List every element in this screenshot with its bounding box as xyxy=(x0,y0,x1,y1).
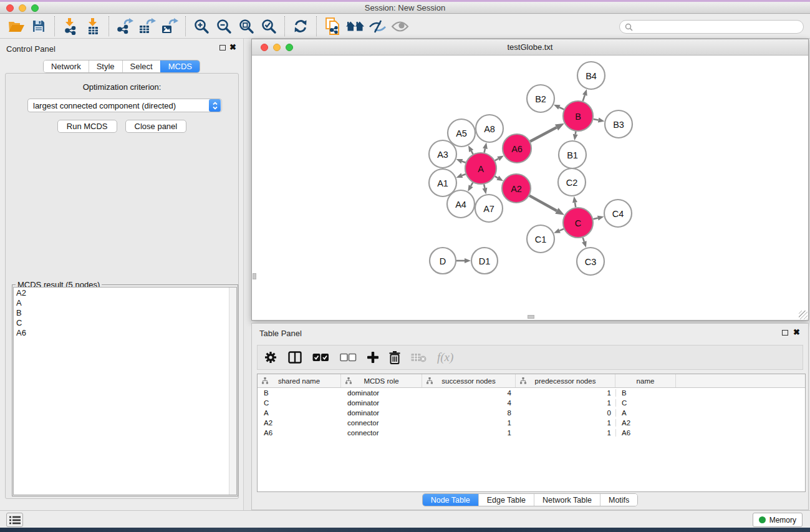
graph-edge-A-A4[interactable] xyxy=(471,183,473,186)
graph-edge-C-C2[interactable] xyxy=(575,203,576,208)
graph-edge-A6-B[interactable] xyxy=(530,127,556,141)
cell-mcds-role[interactable]: connector xyxy=(341,419,422,427)
cell-successor-nodes[interactable]: 4 xyxy=(422,399,516,407)
refresh-button[interactable] xyxy=(289,16,312,36)
tab-edge-table[interactable]: Edge Table xyxy=(478,494,534,506)
graph-edge-B-B3[interactable] xyxy=(594,119,599,120)
table-row[interactable]: Bdominator41B xyxy=(258,388,805,398)
network-canvas[interactable]: B4B2BB3A8A5A6A3B1AC2A1A2A4A7C4CC1C3DD1 xyxy=(252,56,808,320)
tab-select[interactable]: Select xyxy=(122,60,160,72)
close-panel-icon[interactable]: ✖ xyxy=(793,327,800,337)
float-panel-icon[interactable] xyxy=(782,330,788,336)
delete-row-button[interactable] xyxy=(389,351,400,364)
graph-edge-C-C1[interactable] xyxy=(559,229,564,231)
graph-edge-A-A5[interactable] xyxy=(471,151,473,154)
cell-name[interactable]: B xyxy=(615,389,676,397)
cell-mcds-role[interactable]: dominator xyxy=(341,409,422,417)
graph-edge-A-A7[interactable] xyxy=(484,184,485,188)
cell-successor-nodes[interactable]: 1 xyxy=(422,419,516,427)
column-header-shared-name[interactable]: shared name xyxy=(258,374,341,387)
close-panel-button[interactable]: Close panel xyxy=(125,120,187,133)
cell-predecessor-nodes[interactable]: 1 xyxy=(516,389,615,397)
save-session-button[interactable] xyxy=(27,16,50,36)
table-row[interactable]: Adominator80A xyxy=(258,408,805,418)
cell-shared-name[interactable]: A xyxy=(258,409,341,417)
add-row-button[interactable] xyxy=(367,352,378,363)
export-image-button[interactable] xyxy=(158,16,181,36)
graph-edge-B-B2[interactable] xyxy=(559,107,564,109)
delete-table-button[interactable] xyxy=(411,352,427,362)
open-session-button[interactable] xyxy=(5,16,27,36)
network-horizontal-scroll-thumb[interactable] xyxy=(528,315,534,319)
table-settings-button[interactable] xyxy=(264,351,277,364)
panel-selector-button[interactable] xyxy=(6,513,23,527)
run-mcds-button[interactable]: Run MCDS xyxy=(57,120,117,133)
graph-edge-A-A8[interactable] xyxy=(485,148,485,152)
tab-network-table[interactable]: Network Table xyxy=(534,494,600,506)
cell-shared-name[interactable]: B xyxy=(258,389,341,397)
zoom-in-button[interactable] xyxy=(190,16,213,36)
tab-node-table[interactable]: Node Table xyxy=(423,494,478,506)
tab-network[interactable]: Network xyxy=(44,60,89,72)
cell-successor-nodes[interactable]: 1 xyxy=(422,429,516,437)
cell-predecessor-nodes[interactable]: 1 xyxy=(516,399,615,407)
graph-edge-A-A2[interactable] xyxy=(495,177,498,178)
float-panel-icon[interactable] xyxy=(219,45,226,51)
cell-name[interactable]: A xyxy=(615,409,676,417)
result-item[interactable]: C xyxy=(14,317,236,327)
table-row[interactable]: A6connector11A6 xyxy=(258,428,805,438)
graph-edge-C-C4[interactable] xyxy=(593,218,598,220)
graph-edge-B-B4[interactable] xyxy=(583,95,585,101)
table-row[interactable]: A2connector11A2 xyxy=(258,418,805,428)
tab-mcds[interactable]: MCDS xyxy=(160,60,200,72)
cell-shared-name[interactable]: A2 xyxy=(258,419,341,427)
deselect-all-button[interactable] xyxy=(340,353,357,362)
app-titlebar[interactable]: Session: New Session xyxy=(0,2,810,14)
cell-shared-name[interactable]: A6 xyxy=(258,429,341,437)
zoom-selected-button[interactable] xyxy=(258,16,280,36)
graph-edge-A-A1[interactable] xyxy=(462,174,466,175)
toolbar-search[interactable] xyxy=(619,20,804,34)
select-all-button[interactable] xyxy=(312,353,329,362)
criterion-dropdown[interactable]: largest connected component (directed) xyxy=(27,99,222,112)
memory-button[interactable]: Memory xyxy=(753,513,803,527)
zoom-out-button[interactable] xyxy=(213,16,235,36)
zoom-fit-button[interactable] xyxy=(235,16,258,36)
close-panel-icon[interactable]: ✖ xyxy=(229,42,236,52)
graph-edge-A2-C[interactable] xyxy=(529,196,557,211)
graph-edge-B-B1[interactable] xyxy=(576,132,576,135)
import-table-button[interactable] xyxy=(82,16,104,36)
cell-mcds-role[interactable]: dominator xyxy=(341,399,422,407)
cell-shared-name[interactable]: C xyxy=(258,399,341,407)
export-table-button[interactable] xyxy=(136,16,158,36)
column-header-predecessor-nodes[interactable]: predecessor nodes xyxy=(516,374,615,387)
result-item[interactable]: A2 xyxy=(14,288,236,297)
new-network-from-selection-button[interactable] xyxy=(321,16,344,36)
tab-style[interactable]: Style xyxy=(89,60,122,72)
split-table-button[interactable] xyxy=(288,351,302,364)
cell-successor-nodes[interactable]: 4 xyxy=(422,389,516,397)
result-item[interactable]: A xyxy=(14,297,236,307)
import-network-button[interactable] xyxy=(59,16,82,36)
network-window-titlebar[interactable]: testGlobe.txt xyxy=(252,39,808,56)
cell-name[interactable]: A2 xyxy=(615,419,676,427)
column-header-mcds-role[interactable]: MCDS role xyxy=(341,374,422,387)
column-header-successor-nodes[interactable]: successor nodes xyxy=(422,374,516,387)
table-row[interactable]: Cdominator41C xyxy=(258,398,805,408)
result-scrollbar[interactable] xyxy=(229,288,236,495)
cell-mcds-role[interactable]: connector xyxy=(341,429,422,437)
tab-motifs[interactable]: Motifs xyxy=(600,494,637,506)
cell-predecessor-nodes[interactable]: 1 xyxy=(516,429,615,437)
result-item[interactable]: A6 xyxy=(14,327,236,337)
export-network-button[interactable] xyxy=(113,16,136,36)
graph-edge-C-C3[interactable] xyxy=(583,238,584,242)
result-item[interactable]: B xyxy=(14,307,236,317)
cell-name[interactable]: A6 xyxy=(615,429,676,437)
cell-predecessor-nodes[interactable]: 1 xyxy=(516,419,615,427)
show-all-networks-button[interactable] xyxy=(344,16,366,36)
cell-successor-nodes[interactable]: 8 xyxy=(422,409,516,417)
cell-mcds-role[interactable]: dominator xyxy=(341,389,422,397)
graph-edge-A-A6[interactable] xyxy=(495,158,498,160)
show-graphics-details-button[interactable] xyxy=(388,16,411,36)
column-header-name[interactable]: name xyxy=(615,374,676,387)
